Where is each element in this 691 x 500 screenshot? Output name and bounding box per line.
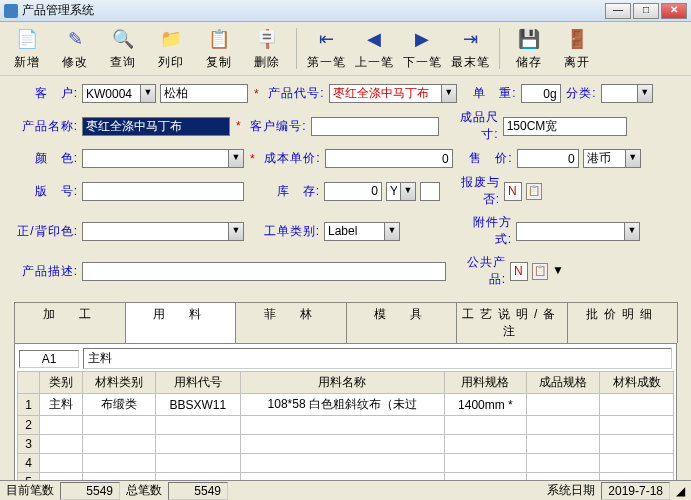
cell[interactable] (156, 454, 241, 473)
prodcode-input[interactable] (329, 84, 441, 103)
materials-grid[interactable]: 类别材料类别用料代号用料名称用料规格成品规格材料成数1主料布缎类BBSXW111… (17, 371, 674, 492)
currency-input[interactable] (583, 149, 625, 168)
prodname-input[interactable] (82, 117, 230, 136)
public-icon[interactable]: 📋 (532, 263, 548, 280)
color-dropdown-icon[interactable]: ▼ (228, 149, 244, 168)
desc-input[interactable] (82, 262, 446, 281)
cell[interactable]: 1400mm * (444, 394, 526, 416)
row-header[interactable]: 4 (18, 454, 40, 473)
table-row[interactable]: 1主料布缎类BBSXW11108*58 白色粗斜纹布（未过1400mm * (18, 394, 674, 416)
price-input[interactable] (517, 149, 579, 168)
attach-input[interactable] (516, 222, 624, 241)
cell[interactable] (240, 454, 444, 473)
cell-reference[interactable]: A1 (19, 350, 79, 368)
search-button[interactable]: 🔍查询 (102, 26, 144, 71)
cell[interactable]: 108*58 白色粗斜纹布（未过 (240, 394, 444, 416)
edit-button[interactable]: ✎修改 (54, 26, 96, 71)
cell-value[interactable]: 主料 (83, 348, 672, 369)
order-dropdown-icon[interactable]: ▼ (384, 222, 400, 241)
cell[interactable] (40, 435, 83, 454)
cell[interactable] (600, 394, 674, 416)
col-header[interactable]: 类别 (40, 372, 83, 394)
minimize-button[interactable]: — (605, 3, 631, 19)
cell[interactable] (600, 435, 674, 454)
class-input[interactable] (601, 84, 637, 103)
tab-0[interactable]: 加 工 (14, 302, 126, 343)
add-button[interactable]: 📄新增 (6, 26, 48, 71)
cell[interactable]: 布缎类 (82, 394, 155, 416)
currency-dropdown-icon[interactable]: ▼ (625, 149, 641, 168)
color-input[interactable] (82, 149, 228, 168)
col-header[interactable]: 用料代号 (156, 372, 241, 394)
col-header[interactable]: 用料名称 (240, 372, 444, 394)
last-button[interactable]: ⇥最末笔 (449, 26, 491, 71)
customer-code-input[interactable] (82, 84, 140, 103)
cell[interactable] (527, 394, 600, 416)
class-dropdown-icon[interactable]: ▼ (637, 84, 653, 103)
cell[interactable]: BBSXW11 (156, 394, 241, 416)
cell[interactable] (527, 454, 600, 473)
cell[interactable] (240, 416, 444, 435)
prodcode-dropdown-icon[interactable]: ▼ (441, 84, 457, 103)
cell[interactable] (444, 416, 526, 435)
side-input[interactable] (82, 222, 228, 241)
col-header[interactable]: 用料规格 (444, 372, 526, 394)
cell[interactable] (600, 454, 674, 473)
table-row[interactable]: 2 (18, 416, 674, 435)
public-input[interactable] (510, 262, 528, 281)
first-button[interactable]: ⇤第一笔 (305, 26, 347, 71)
tab-5[interactable]: 批价明细 (567, 302, 679, 343)
exit-button[interactable]: 🚪离开 (556, 26, 598, 71)
table-row[interactable]: 3 (18, 435, 674, 454)
maximize-button[interactable]: □ (633, 3, 659, 19)
cell[interactable] (527, 416, 600, 435)
print-button[interactable]: 📁列印 (150, 26, 192, 71)
stock-unit-input[interactable] (386, 182, 400, 201)
stock-input[interactable] (324, 182, 382, 201)
row-header[interactable]: 3 (18, 435, 40, 454)
tab-1[interactable]: 用 料 (125, 302, 237, 343)
custno-input[interactable] (311, 117, 439, 136)
row-header[interactable]: 1 (18, 394, 40, 416)
tab-4[interactable]: 工艺说明/备注 (456, 302, 568, 343)
stock-unit-dropdown-icon[interactable]: ▼ (400, 182, 416, 201)
table-row[interactable]: 4 (18, 454, 674, 473)
col-header[interactable]: 材料类别 (82, 372, 155, 394)
scrap-icon[interactable]: 📋 (526, 183, 542, 200)
cell[interactable] (82, 416, 155, 435)
cell[interactable] (156, 435, 241, 454)
scrap-input[interactable] (504, 182, 522, 201)
public-dropdown-icon[interactable]: ▼ (552, 263, 564, 280)
stock-extra-input[interactable] (420, 182, 440, 201)
cell[interactable] (444, 435, 526, 454)
save-button[interactable]: 💾储存 (508, 26, 550, 71)
col-header[interactable]: 材料成数 (600, 372, 674, 394)
cell[interactable] (240, 435, 444, 454)
prev-button[interactable]: ◀上一笔 (353, 26, 395, 71)
cell[interactable] (156, 416, 241, 435)
cell[interactable] (600, 416, 674, 435)
size-input[interactable] (503, 117, 627, 136)
cost-input[interactable] (325, 149, 453, 168)
weight-input[interactable] (521, 84, 561, 103)
close-button[interactable]: ✕ (661, 3, 687, 19)
cell[interactable]: 主料 (40, 394, 83, 416)
tab-2[interactable]: 菲 林 (235, 302, 347, 343)
cell[interactable] (82, 435, 155, 454)
next-button[interactable]: ▶下一笔 (401, 26, 443, 71)
row-header[interactable]: 2 (18, 416, 40, 435)
customer-name-input[interactable] (160, 84, 248, 103)
cell[interactable] (82, 454, 155, 473)
delete-button[interactable]: 🪧删除 (246, 26, 288, 71)
cell[interactable] (527, 435, 600, 454)
cell[interactable] (444, 454, 526, 473)
order-input[interactable] (324, 222, 384, 241)
ver-input[interactable] (82, 182, 244, 201)
cell[interactable] (40, 454, 83, 473)
copy-button[interactable]: 📋复制 (198, 26, 240, 71)
customer-code-dropdown-icon[interactable]: ▼ (140, 84, 156, 103)
cell[interactable] (40, 416, 83, 435)
side-dropdown-icon[interactable]: ▼ (228, 222, 244, 241)
tab-3[interactable]: 模 具 (346, 302, 458, 343)
attach-dropdown-icon[interactable]: ▼ (624, 222, 640, 241)
